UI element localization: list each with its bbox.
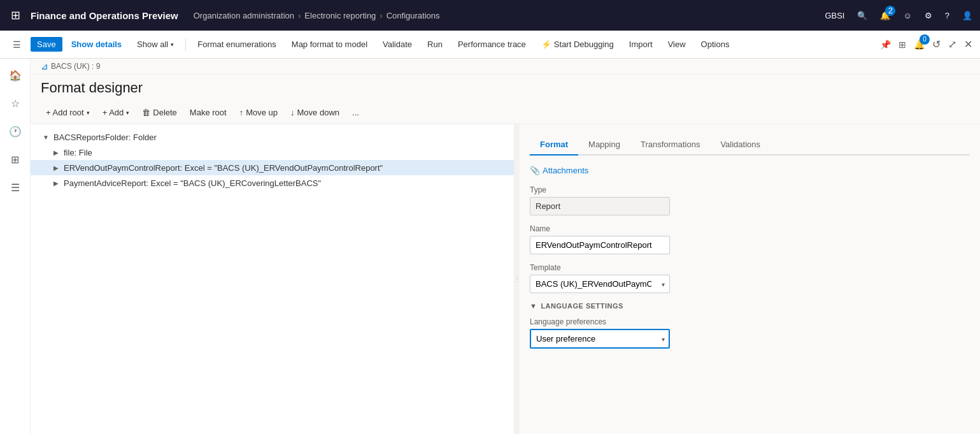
more-button[interactable]: ... bbox=[347, 105, 364, 120]
name-input[interactable] bbox=[530, 236, 670, 254]
filter-icon[interactable]: ⊿ bbox=[41, 61, 48, 71]
help-icon[interactable]: ? bbox=[942, 8, 952, 23]
make-root-button[interactable]: Make root bbox=[185, 105, 232, 120]
main-layout: 🏠 ☆ 🕐 ⊞ ☰ ⊿ BACS (UK) : 9 Format designe… bbox=[0, 59, 980, 434]
attachments-link[interactable]: 📎 Attachments bbox=[530, 166, 970, 175]
language-pref-label: Language preferences bbox=[530, 317, 970, 326]
notifications-icon[interactable]: 🔔2 bbox=[877, 8, 893, 23]
attachments-label: Attachments bbox=[543, 166, 588, 175]
move-up-icon: ↑ bbox=[239, 108, 244, 117]
view-button[interactable]: View bbox=[662, 37, 692, 52]
file-toggle[interactable]: ▶ bbox=[51, 147, 61, 157]
hamburger-icon[interactable]: ☰ bbox=[5, 33, 28, 56]
tab-format[interactable]: Format bbox=[530, 134, 578, 156]
app-title: Finance and Operations Preview bbox=[31, 10, 178, 21]
nav-electronic-reporting[interactable]: Electronic reporting bbox=[304, 11, 376, 20]
add-root-button[interactable]: + Add root ▾ bbox=[41, 105, 95, 120]
tab-validations[interactable]: Validations bbox=[710, 134, 771, 156]
user-initials: GBSI bbox=[822, 8, 847, 23]
folder-toggle[interactable]: ▼ bbox=[41, 132, 51, 142]
format-enumerations-button[interactable]: Format enumerations bbox=[191, 37, 283, 52]
content-area: ⊿ BACS (UK) : 9 Format designer + Add ro… bbox=[31, 59, 980, 434]
toolbar-badge-icon[interactable]: 🔔0 bbox=[911, 37, 927, 52]
breadcrumb-sep-2: › bbox=[380, 11, 382, 20]
toolbar-right: 📌 ⊞ 🔔0 ↺ ⤢ ✕ bbox=[877, 36, 975, 53]
add-button[interactable]: + Add ▾ bbox=[97, 105, 135, 120]
nav-org-admin[interactable]: Organization administration bbox=[194, 11, 294, 20]
search-icon[interactable]: 🔍 bbox=[855, 8, 870, 23]
validate-button[interactable]: Validate bbox=[376, 37, 418, 52]
move-down-button[interactable]: ↓ Move down bbox=[285, 105, 344, 120]
show-all-button[interactable]: Show all ▾ bbox=[131, 37, 180, 52]
format-toolbar: + Add root ▾ + Add ▾ 🗑 Delete Make root … bbox=[31, 101, 980, 124]
file-label: file: File bbox=[64, 148, 92, 157]
nav-breadcrumb: Organization administration › Electronic… bbox=[194, 11, 440, 20]
report-toggle[interactable]: ▶ bbox=[51, 163, 61, 173]
language-pref-select[interactable]: User preference bbox=[530, 329, 670, 349]
toolbar-sep-1 bbox=[185, 38, 186, 51]
waffle-menu[interactable]: ⊞ bbox=[5, 5, 25, 25]
tree-item-file[interactable]: ▶ file: File bbox=[31, 145, 514, 160]
tab-transformations[interactable]: Transformations bbox=[630, 134, 710, 156]
pin-icon[interactable]: 📌 bbox=[877, 37, 893, 52]
type-field-group: Type bbox=[530, 185, 970, 215]
debug-label: Start Debugging bbox=[554, 40, 614, 49]
show-all-chevron: ▾ bbox=[171, 41, 174, 48]
columns-icon[interactable]: ⊞ bbox=[896, 37, 909, 52]
delete-icon: 🗑 bbox=[142, 108, 150, 117]
secondary-toolbar: ☰ Save Show details Show all ▾ Format en… bbox=[0, 31, 980, 59]
nav-configurations[interactable]: Configurations bbox=[387, 11, 440, 20]
language-settings-header[interactable]: ▼ LANGUAGE SETTINGS bbox=[530, 302, 970, 310]
add-root-chevron: ▾ bbox=[87, 110, 90, 116]
refresh-icon[interactable]: ↺ bbox=[930, 36, 943, 53]
type-label: Type bbox=[530, 185, 970, 194]
sidebar-home-icon[interactable]: 🏠 bbox=[4, 64, 27, 87]
settings-icon[interactable]: ⚙ bbox=[922, 8, 935, 23]
smiley-icon[interactable]: ☺ bbox=[900, 8, 914, 23]
add-label: + Add bbox=[103, 108, 124, 117]
move-down-icon: ↓ bbox=[290, 108, 295, 117]
start-debugging-button[interactable]: ⚡ Start Debugging bbox=[535, 37, 620, 52]
sidebar-recent-icon[interactable]: 🕐 bbox=[4, 120, 27, 143]
sidebar-grid-icon[interactable]: ⊞ bbox=[4, 148, 27, 171]
move-up-label: Move up bbox=[246, 108, 278, 117]
delete-button[interactable]: 🗑 Delete bbox=[137, 105, 182, 120]
top-bar-right: GBSI 🔍 🔔2 ☺ ⚙ ? 👤 bbox=[822, 8, 975, 23]
type-input[interactable] bbox=[530, 197, 670, 215]
drag-handle[interactable]: ⋮ bbox=[515, 124, 520, 434]
page-breadcrumb: ⊿ BACS (UK) : 9 bbox=[31, 59, 980, 75]
tree-panel: ▼ BACSReportsFolder: Folder ▶ file: File… bbox=[31, 124, 515, 434]
map-format-button[interactable]: Map format to model bbox=[285, 37, 374, 52]
template-select[interactable]: BACS (UK)_ERVendOutPaymC... bbox=[530, 275, 670, 293]
performance-trace-button[interactable]: Performance trace bbox=[451, 37, 532, 52]
language-pref-group: Language preferences User preference ▾ bbox=[530, 317, 970, 349]
debug-icon: ⚡ bbox=[541, 40, 551, 49]
panel-tabs: Format Mapping Transformations Validatio… bbox=[530, 134, 970, 156]
advice-label: PaymentAdviceReport: Excel = "BACS (UK)_… bbox=[64, 178, 321, 188]
close-icon[interactable]: ✕ bbox=[962, 36, 975, 53]
sidebar-nav: 🏠 ☆ 🕐 ⊞ ☰ bbox=[0, 59, 31, 434]
import-button[interactable]: Import bbox=[623, 37, 659, 52]
tree-item-report[interactable]: ▶ ERVendOutPaymControlReport: Excel = "B… bbox=[31, 160, 514, 175]
breadcrumb-sep-1: › bbox=[298, 11, 301, 20]
split-view: ▼ BACSReportsFolder: Folder ▶ file: File… bbox=[31, 124, 980, 434]
tab-mapping[interactable]: Mapping bbox=[578, 134, 630, 156]
user-avatar[interactable]: 👤 bbox=[960, 8, 975, 23]
section-collapse-icon: ▼ bbox=[530, 302, 537, 310]
expand-icon[interactable]: ⤢ bbox=[946, 36, 959, 53]
save-button[interactable]: Save bbox=[31, 37, 62, 52]
advice-toggle[interactable]: ▶ bbox=[51, 178, 61, 188]
sidebar-star-icon[interactable]: ☆ bbox=[4, 92, 27, 115]
move-up-button[interactable]: ↑ Move up bbox=[234, 105, 283, 120]
options-button[interactable]: Options bbox=[695, 37, 736, 52]
attachment-icon: 📎 bbox=[530, 166, 540, 175]
language-pref-select-wrapper: User preference ▾ bbox=[530, 329, 670, 349]
run-button[interactable]: Run bbox=[421, 37, 449, 52]
show-details-button[interactable]: Show details bbox=[65, 37, 128, 52]
sidebar-list-icon[interactable]: ☰ bbox=[4, 176, 27, 199]
tree-item-folder[interactable]: ▼ BACSReportsFolder: Folder bbox=[31, 129, 514, 145]
report-label: ERVendOutPaymControlReport: Excel = "BAC… bbox=[64, 163, 383, 173]
tree-item-advice[interactable]: ▶ PaymentAdviceReport: Excel = "BACS (UK… bbox=[31, 175, 514, 191]
right-panel: Format Mapping Transformations Validatio… bbox=[520, 124, 980, 434]
template-select-wrapper: BACS (UK)_ERVendOutPaymC... ▾ bbox=[530, 275, 670, 293]
